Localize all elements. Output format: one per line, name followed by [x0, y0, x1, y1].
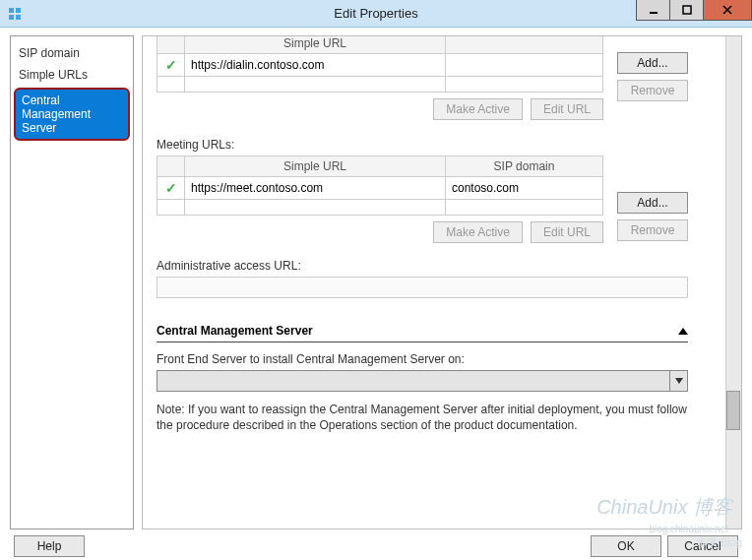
- dialog-footer: Help OK Cancel: [0, 529, 752, 560]
- meeting-urls-label: Meeting URLs:: [157, 138, 721, 152]
- svg-rect-1: [16, 8, 21, 13]
- sidebar-item-sip-domain[interactable]: SIP domain: [11, 42, 133, 64]
- close-button[interactable]: [703, 0, 752, 21]
- cms-server-dropdown[interactable]: [157, 370, 688, 392]
- cms-note-text: Note: If you want to reassign the Centra…: [157, 402, 688, 433]
- svg-rect-0: [9, 8, 14, 13]
- minimize-button[interactable]: [636, 0, 669, 21]
- dialin-url-table: Simple URL ✓ https://dialin.contoso.com: [157, 36, 603, 93]
- svg-marker-8: [675, 378, 683, 384]
- app-icon: [6, 5, 24, 23]
- table-row[interactable]: [157, 77, 603, 93]
- meeting-url-table: Simple URL SIP domain ✓ https://meet.con…: [157, 156, 603, 216]
- make-active-dialin-button: Make Active: [433, 98, 523, 120]
- svg-rect-5: [683, 6, 691, 14]
- table-header-simple-url: Simple URL: [185, 156, 446, 177]
- make-active-meeting-button: Make Active: [433, 221, 523, 243]
- scrollbar-thumb[interactable]: [726, 391, 740, 430]
- admin-url-label: Administrative access URL:: [157, 259, 721, 273]
- cancel-button[interactable]: Cancel: [667, 535, 738, 557]
- sidebar-item-cms[interactable]: Central Management Server: [14, 88, 130, 141]
- table-row[interactable]: [157, 200, 603, 216]
- admin-url-input[interactable]: [157, 277, 688, 298]
- svg-rect-3: [16, 15, 21, 20]
- edit-url-meeting-button: Edit URL: [531, 221, 603, 243]
- table-header-simple-url: Simple URL: [185, 36, 446, 54]
- ok-button[interactable]: OK: [591, 535, 661, 557]
- meeting-url-cell: https://meet.contoso.com: [185, 177, 446, 200]
- table-header-sip-domain: SIP domain: [446, 156, 603, 177]
- table-header-active: [157, 36, 185, 54]
- dialin-url-cell: https://dialin.contoso.com: [185, 54, 446, 77]
- window-titlebar: Edit Properties: [0, 0, 752, 28]
- edit-url-dialin-button: Edit URL: [531, 98, 603, 120]
- table-row[interactable]: ✓ https://dialin.contoso.com: [157, 54, 603, 77]
- help-button[interactable]: Help: [14, 535, 85, 557]
- meeting-sip-cell: contoso.com: [446, 177, 603, 200]
- scrollbar-track[interactable]: [725, 36, 741, 529]
- check-icon: ✓: [165, 180, 177, 196]
- svg-rect-2: [9, 15, 14, 20]
- table-header-active: [157, 156, 185, 177]
- cms-field-label: Front End Server to install Central Mana…: [157, 352, 721, 366]
- remove-dialin-button: Remove: [617, 80, 688, 101]
- add-meeting-button[interactable]: Add...: [617, 192, 688, 214]
- table-header-blank: [446, 36, 603, 54]
- window-controls: [636, 0, 752, 21]
- check-icon: ✓: [165, 57, 177, 73]
- chevron-down-icon: [669, 371, 687, 391]
- category-sidebar: SIP domain Simple URLs Central Managemen…: [10, 35, 134, 529]
- window-title: Edit Properties: [334, 6, 417, 21]
- cms-section-header: Central Management Server: [157, 324, 313, 338]
- sidebar-item-simple-urls[interactable]: Simple URLs: [11, 64, 133, 86]
- add-dialin-button[interactable]: Add...: [617, 52, 688, 74]
- main-panel: Simple URL ✓ https://dialin.contoso.com …: [142, 35, 742, 529]
- table-row[interactable]: ✓ https://meet.contoso.com contoso.com: [157, 177, 603, 200]
- remove-meeting-button: Remove: [617, 219, 688, 241]
- maximize-button[interactable]: [669, 0, 703, 21]
- collapse-icon[interactable]: [678, 328, 688, 335]
